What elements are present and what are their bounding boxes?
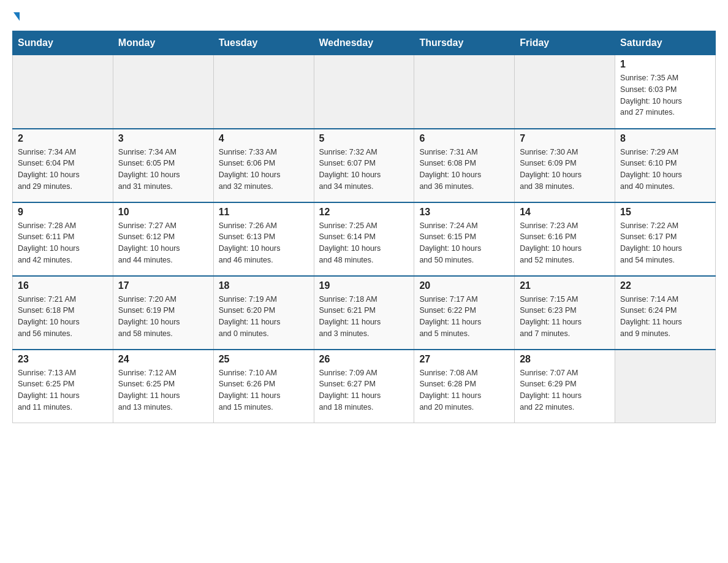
calendar-cell: 20Sunrise: 7:17 AMSunset: 6:22 PMDayligh… [414, 276, 515, 350]
day-info: Sunrise: 7:30 AMSunset: 6:09 PMDaylight:… [520, 147, 610, 193]
day-number: 2 [18, 133, 108, 144]
day-number: 25 [219, 354, 309, 365]
calendar-cell: 14Sunrise: 7:23 AMSunset: 6:16 PMDayligh… [515, 202, 615, 276]
calendar-cell [113, 55, 213, 129]
day-number: 16 [18, 280, 108, 291]
calendar-week-row: 2Sunrise: 7:34 AMSunset: 6:04 PMDaylight… [13, 129, 716, 202]
day-info: Sunrise: 7:21 AMSunset: 6:18 PMDaylight:… [18, 294, 108, 340]
calendar-cell: 2Sunrise: 7:34 AMSunset: 6:04 PMDaylight… [13, 129, 113, 202]
day-number: 22 [620, 280, 710, 291]
day-number: 24 [118, 354, 208, 365]
day-of-week-header: Monday [113, 31, 213, 55]
calendar-cell: 7Sunrise: 7:30 AMSunset: 6:09 PMDaylight… [515, 129, 615, 202]
day-number: 11 [219, 207, 309, 218]
calendar-cell: 12Sunrise: 7:25 AMSunset: 6:14 PMDayligh… [314, 202, 414, 276]
day-info: Sunrise: 7:31 AMSunset: 6:08 PMDaylight:… [419, 147, 509, 193]
day-info: Sunrise: 7:34 AMSunset: 6:05 PMDaylight:… [118, 147, 208, 193]
calendar-cell [615, 350, 716, 423]
day-number: 3 [118, 133, 208, 144]
day-info: Sunrise: 7:20 AMSunset: 6:19 PMDaylight:… [118, 294, 208, 340]
day-info: Sunrise: 7:15 AMSunset: 6:23 PMDaylight:… [520, 294, 610, 340]
calendar-cell: 3Sunrise: 7:34 AMSunset: 6:05 PMDaylight… [113, 129, 213, 202]
day-info: Sunrise: 7:24 AMSunset: 6:15 PMDaylight:… [419, 220, 509, 266]
day-info: Sunrise: 7:13 AMSunset: 6:25 PMDaylight:… [18, 367, 108, 413]
day-number: 6 [419, 133, 509, 144]
day-info: Sunrise: 7:10 AMSunset: 6:26 PMDaylight:… [219, 367, 309, 413]
calendar-cell: 16Sunrise: 7:21 AMSunset: 6:18 PMDayligh… [13, 276, 113, 350]
page-header [12, 12, 716, 21]
calendar-cell: 26Sunrise: 7:09 AMSunset: 6:27 PMDayligh… [314, 350, 414, 423]
day-info: Sunrise: 7:33 AMSunset: 6:06 PMDaylight:… [219, 147, 309, 193]
calendar-cell [414, 55, 515, 129]
day-info: Sunrise: 7:19 AMSunset: 6:20 PMDaylight:… [219, 294, 309, 340]
calendar-cell: 23Sunrise: 7:13 AMSunset: 6:25 PMDayligh… [13, 350, 113, 423]
day-number: 27 [419, 354, 509, 365]
calendar-cell [213, 55, 314, 129]
calendar-cell [515, 55, 615, 129]
day-number: 7 [520, 133, 610, 144]
calendar-cell: 11Sunrise: 7:26 AMSunset: 6:13 PMDayligh… [213, 202, 314, 276]
calendar-cell: 18Sunrise: 7:19 AMSunset: 6:20 PMDayligh… [213, 276, 314, 350]
calendar-cell: 4Sunrise: 7:33 AMSunset: 6:06 PMDaylight… [213, 129, 314, 202]
day-info: Sunrise: 7:12 AMSunset: 6:25 PMDaylight:… [118, 367, 208, 413]
calendar-cell: 28Sunrise: 7:07 AMSunset: 6:29 PMDayligh… [515, 350, 615, 423]
day-info: Sunrise: 7:35 AMSunset: 6:03 PMDaylight:… [620, 72, 710, 118]
day-number: 8 [620, 133, 710, 144]
calendar-cell: 21Sunrise: 7:15 AMSunset: 6:23 PMDayligh… [515, 276, 615, 350]
calendar-week-row: 23Sunrise: 7:13 AMSunset: 6:25 PMDayligh… [13, 350, 716, 423]
day-of-week-header: Wednesday [314, 31, 414, 55]
calendar-cell: 19Sunrise: 7:18 AMSunset: 6:21 PMDayligh… [314, 276, 414, 350]
day-of-week-header: Sunday [13, 31, 113, 55]
calendar-cell: 6Sunrise: 7:31 AMSunset: 6:08 PMDaylight… [414, 129, 515, 202]
day-of-week-header: Thursday [414, 31, 515, 55]
day-info: Sunrise: 7:28 AMSunset: 6:11 PMDaylight:… [18, 220, 108, 266]
day-info: Sunrise: 7:27 AMSunset: 6:12 PMDaylight:… [118, 220, 208, 266]
calendar-cell: 24Sunrise: 7:12 AMSunset: 6:25 PMDayligh… [113, 350, 213, 423]
day-number: 4 [219, 133, 309, 144]
day-of-week-header: Tuesday [213, 31, 314, 55]
day-info: Sunrise: 7:22 AMSunset: 6:17 PMDaylight:… [620, 220, 710, 266]
day-number: 15 [620, 207, 710, 218]
day-number: 13 [419, 207, 509, 218]
day-info: Sunrise: 7:26 AMSunset: 6:13 PMDaylight:… [219, 220, 309, 266]
calendar-week-row: 16Sunrise: 7:21 AMSunset: 6:18 PMDayligh… [13, 276, 716, 350]
day-info: Sunrise: 7:25 AMSunset: 6:14 PMDaylight:… [319, 220, 409, 266]
day-number: 21 [520, 280, 610, 291]
day-info: Sunrise: 7:08 AMSunset: 6:28 PMDaylight:… [419, 367, 509, 413]
calendar-cell [13, 55, 113, 129]
day-info: Sunrise: 7:18 AMSunset: 6:21 PMDaylight:… [319, 294, 409, 340]
calendar-cell: 25Sunrise: 7:10 AMSunset: 6:26 PMDayligh… [213, 350, 314, 423]
day-info: Sunrise: 7:17 AMSunset: 6:22 PMDaylight:… [419, 294, 509, 340]
day-number: 1 [620, 59, 710, 70]
calendar-cell: 22Sunrise: 7:14 AMSunset: 6:24 PMDayligh… [615, 276, 716, 350]
day-number: 28 [520, 354, 610, 365]
calendar-cell: 15Sunrise: 7:22 AMSunset: 6:17 PMDayligh… [615, 202, 716, 276]
day-info: Sunrise: 7:34 AMSunset: 6:04 PMDaylight:… [18, 147, 108, 193]
day-info: Sunrise: 7:29 AMSunset: 6:10 PMDaylight:… [620, 147, 710, 193]
day-info: Sunrise: 7:32 AMSunset: 6:07 PMDaylight:… [319, 147, 409, 193]
day-of-week-header: Saturday [615, 31, 716, 55]
calendar-cell: 9Sunrise: 7:28 AMSunset: 6:11 PMDaylight… [13, 202, 113, 276]
calendar-cell: 8Sunrise: 7:29 AMSunset: 6:10 PMDaylight… [615, 129, 716, 202]
day-number: 19 [319, 280, 409, 291]
calendar-week-row: 9Sunrise: 7:28 AMSunset: 6:11 PMDaylight… [13, 202, 716, 276]
logo [12, 12, 20, 21]
logo-triangle-icon [13, 12, 20, 21]
day-info: Sunrise: 7:23 AMSunset: 6:16 PMDaylight:… [520, 220, 610, 266]
day-number: 10 [118, 207, 208, 218]
calendar-cell: 27Sunrise: 7:08 AMSunset: 6:28 PMDayligh… [414, 350, 515, 423]
day-number: 17 [118, 280, 208, 291]
day-number: 12 [319, 207, 409, 218]
day-info: Sunrise: 7:07 AMSunset: 6:29 PMDaylight:… [520, 367, 610, 413]
calendar-table: SundayMondayTuesdayWednesdayThursdayFrid… [12, 31, 716, 423]
day-info: Sunrise: 7:09 AMSunset: 6:27 PMDaylight:… [319, 367, 409, 413]
day-number: 26 [319, 354, 409, 365]
day-number: 18 [219, 280, 309, 291]
calendar-cell: 13Sunrise: 7:24 AMSunset: 6:15 PMDayligh… [414, 202, 515, 276]
calendar-cell [314, 55, 414, 129]
day-of-week-header: Friday [515, 31, 615, 55]
day-number: 23 [18, 354, 108, 365]
day-number: 14 [520, 207, 610, 218]
day-number: 20 [419, 280, 509, 291]
calendar-header-row: SundayMondayTuesdayWednesdayThursdayFrid… [13, 31, 716, 55]
